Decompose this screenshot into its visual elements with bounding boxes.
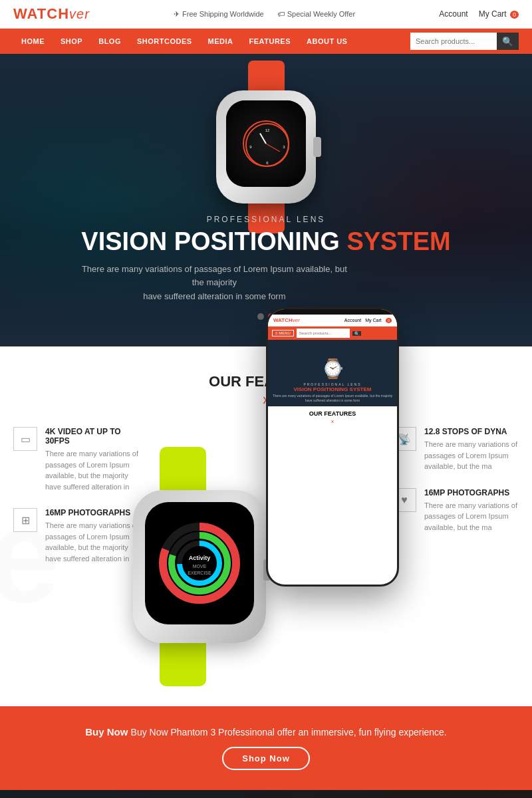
nav-media[interactable]: MEDIA (200, 37, 241, 45)
phone-logo2: ver (293, 317, 300, 323)
feature-2-title: 12.8 STOPS OF DYNA (424, 427, 519, 436)
nav-shop[interactable]: SHOP (53, 37, 90, 45)
phone-hero: ⌚ PROFESSIONAL LENS VISION POSITIONING S… (268, 340, 397, 406)
shipping-text: Free Shipping Worldwide (182, 10, 264, 18)
logo[interactable]: WATCHver (13, 5, 90, 23)
hero-title-white: VISION POSITIONING (81, 227, 340, 255)
nav-blog[interactable]: BLOG (90, 37, 129, 45)
feature-3-title: 16MP PHOTOGRAPHS (424, 488, 519, 497)
nav-search-area: 🔍 (410, 33, 519, 50)
cta-section: Buy Now Buy Now Phantom 3 Professinonal … (0, 706, 532, 790)
phone-hero-title-accent: SYSTEM (350, 386, 372, 392)
hero-title: VISION POSITIONING SYSTEM (81, 228, 450, 256)
watch-green-area: Activity MOVE EXERCISE (153, 427, 379, 693)
phone-account-cart: Account My Cart 0 (344, 318, 392, 323)
video-icon: ▭ (13, 427, 37, 451)
cart-text: My Cart (479, 9, 507, 19)
watch-green: Activity MOVE EXERCISE (126, 447, 266, 686)
feature-item-2: 📡 12.8 STOPS OF DYNA There are many vari… (392, 427, 519, 472)
nav-about[interactable]: ABOUT US (299, 37, 355, 45)
feature-0-title: 4K VIDEO AT UP TO 30FPS (45, 427, 140, 446)
svg-text:3: 3 (283, 145, 285, 149)
phone-features: OUR FEATURES x (268, 406, 397, 428)
shipping-icon: ✈ Free Shipping Worldwide (174, 10, 264, 19)
cta-desc: Buy Now Phantom 3 Professinonal offer an… (131, 727, 447, 737)
offer-text: Special Weekly Offer (287, 10, 355, 18)
video-section: ⌚ THE VIEW OF THE WORLD WITH SMART WATCH… (0, 790, 532, 798)
top-bar-right: Account My Cart 0 (439, 9, 519, 19)
logo-text2: ver (69, 7, 90, 21)
phone-hero-title: VISION POSITIONING SYSTEM (294, 386, 372, 392)
top-bar-center: ✈ Free Shipping Worldwide 🏷 Special Week… (174, 10, 355, 19)
phone-search-input[interactable] (297, 329, 350, 338)
logo-text1: WATCH (13, 5, 69, 22)
shop-now-button[interactable]: Shop Now (222, 747, 310, 770)
phone-screen: WATCHver Account My Cart 0 ≡ MENU 🔍 (268, 309, 397, 585)
svg-text:EXERCISE: EXERCISE (188, 571, 211, 575)
phone-cart-badge: 0 (386, 318, 392, 323)
svg-text:6: 6 (266, 161, 269, 165)
phone-logo1: WATCH (273, 317, 293, 323)
svg-text:9: 9 (249, 145, 252, 149)
dot-1[interactable] (257, 313, 264, 320)
phone-nav-bar: ≡ MENU 🔍 (268, 327, 397, 340)
account-link[interactable]: Account (439, 9, 467, 19)
top-bar: WATCHver ✈ Free Shipping Worldwide 🏷 Spe… (0, 0, 532, 29)
phone-topbar: WATCHver Account My Cart 0 (268, 315, 397, 327)
features-section: e OUR FEATURES x ▭ 4K VIDEO AT UP TO 30F… (0, 346, 532, 706)
phone-menu-btn[interactable]: ≡ MENU (272, 330, 294, 336)
nav-home[interactable]: HOME (13, 37, 53, 45)
bg-letter-e: e (0, 479, 61, 632)
cta-text: Buy Now Buy Now Phantom 3 Professinonal … (13, 726, 519, 737)
phone-hero-title-white: VISION POSITIONING (294, 386, 348, 392)
search-input[interactable] (410, 33, 497, 50)
features-layout: ▭ 4K VIDEO AT UP TO 30FPS There are many… (13, 427, 519, 693)
hero-text: PROFESSIONAL LENS VISION POSITIONING SYS… (81, 215, 450, 320)
hero-section: 12 3 6 9 PROFESSIONAL LENS VISION POSITI… (0, 54, 532, 346)
feature-item-3: ♥ 16MP PHOTOGRAPHS There are many variat… (392, 488, 519, 533)
phone-hero-desc: There are many variations of passages of… (272, 394, 393, 402)
features-right: 📡 12.8 STOPS OF DYNA There are many vari… (392, 427, 519, 549)
feature-3-content: 16MP PHOTOGRAPHS There are many variatio… (424, 488, 519, 533)
phone-mockup: WATCHver Account My Cart 0 ≡ MENU 🔍 (266, 307, 399, 587)
hero-watch: 12 3 6 9 (206, 61, 326, 207)
phone-search-btn[interactable]: 🔍 (352, 331, 361, 336)
navbar: HOME SHOP BLOG SHORTCODES MEDIA FEATURES… (0, 29, 532, 54)
nav-features[interactable]: FEATURES (241, 37, 299, 45)
cart-link[interactable]: My Cart 0 (479, 9, 519, 19)
phone-logo: WATCHver (273, 317, 300, 323)
feature-2-desc: There are many variations of passages of… (424, 439, 519, 472)
hero-desc2: have suffered alteration in some form (81, 290, 347, 304)
cart-badge: 0 (510, 11, 519, 19)
svg-text:Activity: Activity (189, 555, 211, 561)
svg-text:12: 12 (265, 128, 270, 132)
hero-title-accent: SYSTEM (346, 227, 450, 255)
phone-features-x: x (272, 418, 393, 424)
phone-features-title: OUR FEATURES (272, 410, 393, 417)
video-bg (0, 790, 532, 798)
svg-text:MOVE: MOVE (193, 564, 207, 569)
search-button[interactable]: 🔍 (497, 33, 519, 50)
feature-3-desc: There are many variations of passages of… (424, 500, 519, 533)
hero-desc: There are many variations of passages of… (81, 263, 347, 304)
phone-cart: My Cart (365, 318, 382, 323)
feature-2-content: 12.8 STOPS OF DYNA There are many variat… (424, 427, 519, 472)
hero-desc1: There are many variations of passages of… (81, 263, 347, 291)
offer-icon: 🏷 Special Weekly Offer (277, 10, 355, 19)
phone-account: Account (344, 318, 361, 323)
nav-shortcodes[interactable]: SHORTCODES (129, 37, 200, 45)
hero-subtitle: PROFESSIONAL LENS (81, 215, 450, 224)
phone-hero-watch-icon: ⌚ (321, 358, 344, 380)
